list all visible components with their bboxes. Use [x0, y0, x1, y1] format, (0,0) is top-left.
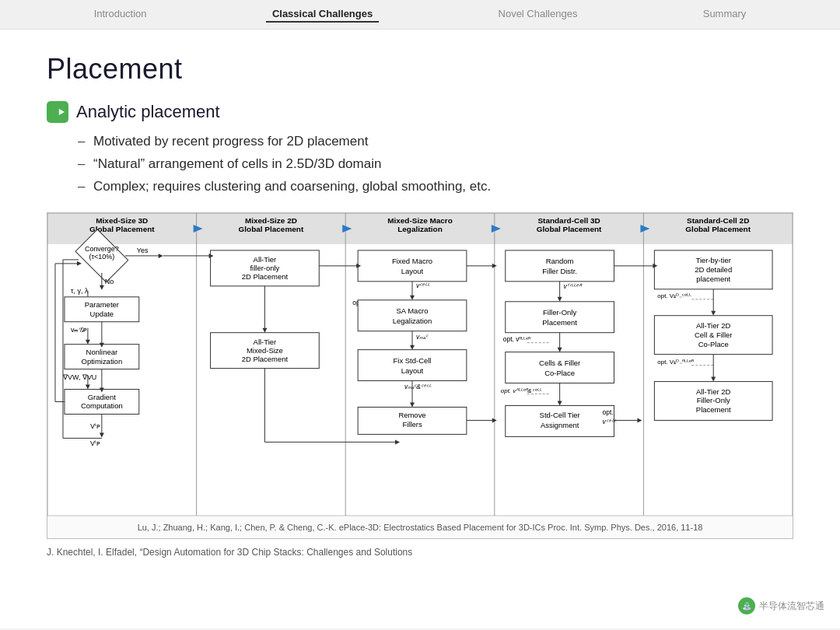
svg-text:Layout: Layout [401, 267, 424, 275]
svg-marker-74 [395, 439, 400, 444]
svg-text:Legalization: Legalization [393, 316, 432, 324]
svg-text:Fillers: Fillers [402, 420, 422, 429]
svg-text:Global Placement: Global Placement [685, 225, 751, 233]
svg-text:Parameter: Parameter [85, 299, 119, 308]
svg-text:Fixed Macro: Fixed Macro [392, 257, 432, 265]
svg-marker-114 [558, 347, 562, 352]
svg-text:∇VW, ∇VU: ∇VW, ∇VU [62, 373, 96, 380]
svg-marker-57 [77, 261, 82, 266]
svg-text:2D Placement: 2D Placement [242, 271, 289, 280]
watermark: ⛲ 半导体流智芯通 [738, 597, 824, 614]
svg-text:All-Tier: All-Tier [254, 337, 277, 345]
svg-text:Filler-Only: Filler-Only [543, 307, 576, 316]
svg-text:Yes: Yes [137, 247, 149, 254]
sub-bullet-2: “Natural” arrangement of cells in 2.5D/3… [78, 153, 793, 176]
svg-text:opt. V₂ᴰ₋ᶠᴵᴸᴸᵉᴿ: opt. V₂ᴰ₋ᶠᴵᴸᴸᵉᴿ [657, 358, 695, 365]
svg-marker-107 [558, 296, 562, 301]
svg-marker-80 [410, 295, 415, 299]
watermark-icon: ⛲ [738, 597, 755, 614]
svg-rect-0 [47, 101, 68, 123]
svg-text:Placement: Placement [542, 317, 577, 326]
svg-text:vᶠᴵᴸᴸᵉᴿ: vᶠᴵᴸᴸᵉᴿ [564, 282, 583, 289]
svg-marker-43 [86, 339, 90, 344]
svg-text:Standard-Cell 2D: Standard-Cell 2D [687, 216, 749, 225]
svg-marker-121 [558, 401, 562, 405]
svg-text:τ, γ, λ: τ, γ, λ [71, 286, 89, 294]
svg-text:SA Macro: SA Macro [396, 306, 428, 314]
svg-text:Placement: Placement [696, 405, 731, 414]
svg-marker-31 [159, 254, 163, 258]
svg-text:Vᴵᴘ: Vᴵᴘ [90, 439, 100, 447]
svg-text:2D Placement: 2D Placement [242, 354, 289, 362]
nav-novel-challenges[interactable]: Novel Challenges [492, 6, 584, 23]
main-content: Placement Analytic placement Motivated b… [0, 30, 840, 628]
svg-marker-156 [100, 432, 104, 437]
svg-text:filler-only: filler-only [250, 264, 279, 272]
nav-classical-challenges[interactable]: Classical Challenges [266, 6, 379, 23]
svg-marker-144 [711, 376, 716, 381]
svg-text:vᶜᵉᴸᴸ: vᶜᵉᴸᴸ [416, 281, 430, 289]
svg-text:Vᴵᴘ: Vᴵᴘ [90, 422, 100, 430]
svg-text:Layout: Layout [401, 366, 424, 374]
svg-text:Tier-by-tier: Tier-by-tier [696, 256, 731, 264]
svg-text:vᶜᵉᴸᴸ: vᶜᵉᴸᴸ [603, 418, 617, 425]
diagram-citation: Lu, J.; Zhuang, H.; Kang, I.; Chen, P. &… [47, 516, 793, 539]
svg-text:Co-Place: Co-Place [544, 368, 575, 376]
svg-text:Std-Cell Tier: Std-Cell Tier [540, 411, 580, 419]
svg-text:Assignment: Assignment [541, 421, 579, 429]
svg-text:Co-Place: Co-Place [698, 339, 729, 348]
svg-text:All-Tier: All-Tier [254, 255, 277, 264]
flow-diagram: Mixed-Size 3D Global Placement Mixed-Siz… [47, 212, 793, 540]
sub-bullet-3: Complex; requires clustering and coarsen… [78, 176, 793, 198]
svg-text:opt.: opt. [603, 408, 614, 416]
svg-text:Mixed-Size Macro: Mixed-Size Macro [387, 216, 453, 225]
nav-summary[interactable]: Summary [697, 6, 753, 23]
bullet-section: Analytic placement Motivated by recent p… [47, 101, 793, 198]
svg-marker-128 [637, 418, 642, 422]
bottom-citation: J. Knechtel, I. Elfadel, “Design Automat… [47, 547, 793, 558]
svg-marker-94 [410, 402, 415, 407]
svg-text:Fix Std-Cell: Fix Std-Cell [394, 355, 432, 364]
svg-text:All-Tier 2D: All-Tier 2D [696, 387, 731, 395]
svg-text:vₘₐᶜ&ᶜᵉᴸᴸ: vₘₐᶜ&ᶜᵉᴸᴸ [404, 382, 432, 390]
svg-text:Cells & Filler: Cells & Filler [539, 358, 580, 366]
svg-text:vₘ𝒢ᴘ: vₘ𝒢ᴘ [71, 325, 87, 333]
placement-flow-svg: Mixed-Size 3D Global Placement Mixed-Siz… [47, 213, 793, 516]
svg-text:opt. vᶠᴵᴸᴸᵉᴿ&ᶜᵉᴸᴸ: opt. vᶠᴵᴸᴸᵉᴿ&ᶜᵉᴸᴸ [501, 387, 542, 394]
svg-marker-67 [262, 327, 267, 332]
svg-text:placement: placement [696, 274, 730, 282]
sub-bullets-list: Motivated by recent progress for 2D plac… [47, 131, 793, 198]
watermark-text: 半导体流智芯通 [759, 600, 824, 613]
svg-text:Global Placement: Global Placement [239, 225, 304, 233]
svg-marker-136 [711, 310, 716, 315]
svg-text:opt. vᶠᴵᴸᴸᵉᴿ: opt. vᶠᴵᴸᴸᵉᴿ [503, 334, 532, 342]
svg-text:All-Tier 2D: All-Tier 2D [696, 320, 731, 329]
svg-marker-49 [86, 384, 90, 389]
nav-introduction[interactable]: Introduction [88, 6, 153, 23]
sub-bullet-1: Motivated by recent progress for 2D plac… [78, 131, 793, 153]
green-arrow-icon [47, 101, 68, 123]
svg-text:No: No [105, 277, 114, 285]
bullet-header-text: Analytic placement [76, 102, 220, 122]
svg-text:Update: Update [90, 309, 114, 317]
svg-text:Standard-Cell 3D: Standard-Cell 3D [537, 216, 600, 225]
svg-text:vₘₐᶜ: vₘₐᶜ [416, 332, 429, 340]
svg-text:Gradient: Gradient [88, 392, 117, 401]
svg-marker-34 [100, 285, 104, 289]
svg-text:2D detailed: 2D detailed [695, 265, 732, 274]
svg-text:Mixed-Size 3D: Mixed-Size 3D [96, 216, 148, 225]
svg-text:(τ<10%): (τ<10%) [89, 253, 114, 261]
svg-text:Converge?: Converge? [85, 245, 119, 253]
svg-text:Nonlinear: Nonlinear [86, 347, 118, 355]
svg-text:Legalization: Legalization [397, 225, 443, 233]
svg-text:Mixed-Size 2D: Mixed-Size 2D [245, 216, 297, 225]
bullet-header: Analytic placement [47, 101, 793, 123]
page-title: Placement [47, 53, 793, 86]
svg-text:Remove: Remove [398, 411, 425, 419]
svg-text:Random: Random [546, 257, 574, 265]
top-navigation: Introduction Classical Challenges Novel … [0, 0, 840, 30]
svg-text:Cell & Filler: Cell & Filler [695, 330, 732, 338]
svg-text:Filler-Only: Filler-Only [697, 396, 730, 404]
svg-text:Global Placement: Global Placement [537, 225, 602, 233]
svg-text:Filler Distr.: Filler Distr. [542, 267, 577, 275]
